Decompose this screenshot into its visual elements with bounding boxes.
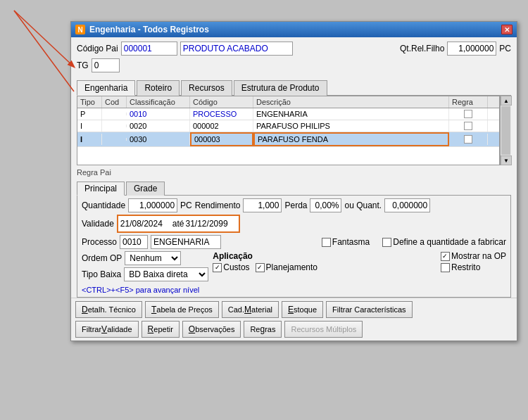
window-title: Engenharia - Todos Registros bbox=[89, 25, 209, 34]
detalh-tecnico-button[interactable]: Detalh. Técnico bbox=[75, 301, 142, 318]
cell-regra bbox=[449, 120, 488, 132]
qt-rel-filho-label: Qt.Rel.Filho bbox=[400, 44, 444, 53]
col-classificacao: Classificação bbox=[127, 96, 190, 108]
validade-ate: até bbox=[172, 219, 184, 229]
processo-code-input[interactable] bbox=[120, 235, 148, 249]
tab-engenharia[interactable]: Engenharia bbox=[77, 80, 135, 96]
cell-tipo: P bbox=[77, 108, 102, 120]
cell-cod bbox=[102, 138, 127, 141]
fantasma-checkbox[interactable] bbox=[322, 238, 331, 247]
custos-text: Custos bbox=[223, 262, 249, 272]
validade-from-input[interactable] bbox=[120, 217, 171, 231]
ordem-op-select[interactable]: Nenhum bbox=[125, 251, 181, 265]
recursos-multiplos-button[interactable]: Recursos Múltiplos bbox=[284, 321, 363, 338]
rendimento-input[interactable] bbox=[243, 198, 282, 212]
cad-material-button[interactable]: Cad. Material bbox=[222, 301, 279, 318]
processo-name-input[interactable] bbox=[151, 235, 221, 249]
header-row-1: Código Pai Qt.Rel.Filho PC bbox=[77, 42, 511, 56]
filtrar-validade-button[interactable]: Filtrar Validade bbox=[75, 321, 139, 338]
validade-label: Validade bbox=[82, 219, 114, 229]
main-tab-bar: Engenharia Roteiro Recursos Estrutura de… bbox=[77, 79, 511, 96]
cell-classificacao: 0020 bbox=[127, 120, 190, 132]
cell-descricao: PARAFUSO PHILIPS bbox=[253, 120, 449, 132]
cell-cod bbox=[102, 113, 127, 115]
restrito-label: Restrito bbox=[441, 262, 506, 272]
regra-checkbox[interactable] bbox=[464, 135, 472, 144]
aplicacao-col: Aplicação Custos Planejamento bbox=[213, 251, 436, 272]
mostrar-col: Mostrar na OP Restrito bbox=[441, 251, 506, 272]
ordem-op-label: Ordem OP bbox=[82, 253, 122, 263]
cell-descricao: ENGENHARIA bbox=[253, 108, 449, 120]
restrito-text: Restrito bbox=[451, 262, 480, 272]
table-row[interactable]: P 0010 PROCESSO ENGENHARIA bbox=[77, 108, 499, 120]
close-button[interactable]: ✕ bbox=[501, 25, 513, 34]
quantidade-input[interactable] bbox=[128, 198, 177, 212]
col-cod: Cod bbox=[102, 96, 127, 108]
table-row[interactable]: I 0030 000003 PARAFUSO FENDA bbox=[77, 132, 499, 147]
define-label: Define a quantidade a fabricar bbox=[382, 237, 506, 247]
produto-input[interactable] bbox=[180, 42, 293, 56]
grid-outer: Tipo Cod Classificação Código Descrição … bbox=[77, 96, 511, 165]
quantidade-unit: PC bbox=[180, 201, 192, 210]
ou-quant-label: ou Quant. bbox=[344, 201, 382, 210]
col-tipo: Tipo bbox=[77, 96, 102, 108]
cell-tipo: I bbox=[77, 134, 102, 145]
estoque-button[interactable]: Estoque bbox=[282, 301, 323, 318]
regras-button[interactable]: Regras bbox=[244, 321, 282, 338]
tab-roteiro[interactable]: Roteiro bbox=[137, 80, 180, 96]
validade-to-input[interactable] bbox=[186, 217, 237, 231]
window-icon: N bbox=[75, 25, 85, 34]
regra-checkbox[interactable] bbox=[464, 122, 472, 130]
define-checkbox[interactable] bbox=[382, 238, 391, 247]
regra-checkbox[interactable] bbox=[464, 110, 472, 118]
mostrar-op-checkbox[interactable] bbox=[441, 252, 450, 261]
quantidade-label: Quantidade bbox=[82, 201, 125, 210]
grid-body: P 0010 PROCESSO ENGENHARIA I 0020 bbox=[77, 108, 499, 165]
qt-unit: PC bbox=[499, 44, 511, 53]
tab-grade[interactable]: Grade bbox=[126, 182, 165, 196]
tab-recursos[interactable]: Recursos bbox=[181, 80, 232, 96]
filtrar-caracteristicas-button[interactable]: Filtrar Características bbox=[326, 301, 413, 318]
custos-checkbox[interactable] bbox=[213, 263, 222, 272]
codigo-pai-input[interactable] bbox=[121, 42, 177, 56]
aplicacao-checkboxes: Custos Planejamento bbox=[213, 262, 436, 272]
tg-label: TG bbox=[77, 61, 89, 70]
title-bar-left: N Engenharia - Todos Registros bbox=[75, 25, 209, 34]
tabela-precos-button[interactable]: Tabela de Preços bbox=[145, 301, 219, 318]
fantasma-label: Fantasma bbox=[322, 237, 370, 247]
grid-scrollbar[interactable]: ▲ ▼ bbox=[500, 96, 511, 165]
col-regra: Regra bbox=[449, 96, 488, 108]
scroll-thumb[interactable] bbox=[501, 106, 510, 155]
cell-codigo: PROCESSO bbox=[190, 108, 253, 120]
planejamento-checkbox[interactable] bbox=[256, 263, 265, 272]
header-form: Código Pai Qt.Rel.Filho PC TG bbox=[71, 37, 517, 79]
mostrar-op-text: Mostrar na OP bbox=[451, 251, 506, 261]
form-row-ordem: Ordem OP Nenhum Tipo Baixa BD Baixa dire… bbox=[82, 251, 506, 284]
validade-group: até bbox=[117, 215, 240, 233]
scroll-up-btn[interactable]: ▲ bbox=[501, 96, 512, 106]
cell-tipo: I bbox=[77, 120, 102, 132]
grid-main: Tipo Cod Classificação Código Descrição … bbox=[77, 96, 500, 165]
perda-input[interactable] bbox=[310, 198, 341, 212]
codigo-pai-label: Código Pai bbox=[77, 44, 118, 53]
bottom-form: Quantidade PC Rendimento Perda ou Quant.… bbox=[77, 196, 511, 298]
tg-input[interactable] bbox=[92, 58, 120, 72]
cell-codigo: 000002 bbox=[190, 120, 253, 132]
scroll-down-btn[interactable]: ▼ bbox=[501, 155, 512, 165]
action-bar-1: Detalh. Técnico Tabela de Preços Cad. Ma… bbox=[71, 298, 517, 321]
table-row[interactable]: I 0020 000002 PARAFUSO PHILIPS bbox=[77, 120, 499, 132]
tab-principal[interactable]: Principal bbox=[77, 182, 125, 196]
restrito-checkbox[interactable] bbox=[441, 263, 450, 272]
col-codigo: Código bbox=[190, 96, 253, 108]
ou-quant-input[interactable] bbox=[384, 198, 430, 212]
tipo-baixa-select[interactable]: BD Baixa direta bbox=[124, 267, 208, 281]
header-row-2: TG bbox=[77, 58, 511, 72]
ordem-row: Ordem OP Nenhum bbox=[82, 251, 208, 265]
observacoes-button[interactable]: Observações bbox=[182, 321, 241, 338]
tab-estrutura[interactable]: Estrutura de Produto bbox=[234, 80, 327, 96]
repetir-button[interactable]: Repetir bbox=[142, 321, 180, 338]
fantasma-text: Fantasma bbox=[332, 237, 370, 247]
bottom-tabs-wrapper: Principal Grade Quantidade PC Rendimento… bbox=[71, 181, 517, 298]
qt-rel-filho-input[interactable] bbox=[447, 42, 496, 56]
svg-line-1 bbox=[14, 11, 74, 91]
